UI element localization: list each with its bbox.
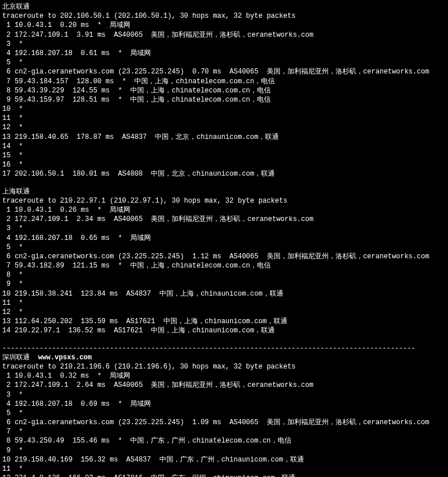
hop-line: 6 cn2-gia.ceranetworks.com (23.225.225.2… (2, 67, 446, 76)
hop-line: 4 192.168.207.18 0.65 ms * 局域网 (2, 234, 446, 243)
hop-line: 1 10.0.43.1 0.32 ms * 局域网 (2, 371, 446, 381)
hop-line: 9 * (2, 446, 446, 455)
hop-line: 8 59.43.39.229 124.55 ms * 中国，上海，chinate… (2, 86, 446, 95)
hop-line: 12 * (2, 123, 446, 132)
brand-url: www.vpsxs.com (38, 354, 92, 362)
hop-line: 14 210.22.97.1 136.52 ms AS17621 中国，上海，c… (2, 326, 446, 335)
hop-line: 7 59.43.182.89 121.15 ms * 中国，上海，chinate… (2, 261, 446, 270)
hop-line: 10 219.158.40.169 156.32 ms AS4837 中国，广东… (2, 455, 446, 464)
hop-line: 5 * (2, 243, 446, 252)
hop-line: 12 * (2, 308, 446, 317)
hop-line: 8 * (2, 270, 446, 280)
traceroute-header: traceroute to 210.22.97.1 (210.22.97.1),… (2, 196, 446, 205)
section-title: 北京联通 (2, 2, 446, 11)
hop-line: 4 192.168.207.18 0.61 ms * 局域网 (2, 49, 446, 58)
hop-line: 1 10.0.43.1 0.20 ms * 局域网 (2, 21, 446, 30)
hop-line: 3 * (2, 390, 446, 400)
hop-line: 3 * (2, 224, 446, 233)
section-title: 深圳联通 www.vpsxs.com (2, 353, 446, 362)
terminal-output: 北京联通traceroute to 202.106.50.1 (202.106.… (0, 0, 448, 477)
dashed-separator: ----------------------------------------… (2, 344, 446, 353)
hop-line: 11 * (2, 298, 446, 308)
hop-line: 7 * (2, 427, 446, 436)
hop-line: 7 59.43.184.157 128.00 ms * 中国，上海，chinat… (2, 77, 446, 86)
hop-line: 11 * (2, 464, 446, 474)
hop-line: 15 * (2, 151, 446, 160)
hop-line: 16 * (2, 160, 446, 169)
hop-line: 11 * (2, 114, 446, 123)
hop-line: 9 * (2, 280, 446, 289)
hop-line: 14 * (2, 142, 446, 151)
hop-line: 3 * (2, 40, 446, 49)
hop-line: 2 172.247.109.1 2.64 ms AS40065 美国，加利福尼亚… (2, 381, 446, 390)
traceroute-header: traceroute to 202.106.50.1 (202.106.50.1… (2, 11, 446, 21)
hop-line: 8 59.43.250.49 155.46 ms * 中国，广东，广州，chin… (2, 436, 446, 445)
section-title-text: 深圳联通 (2, 354, 38, 362)
hop-line: 2 172.247.109.1 3.91 ms AS40065 美国，加利福尼亚… (2, 30, 446, 40)
hop-line: 6 cn2-gia.ceranetworks.com (23.225.225.2… (2, 252, 446, 261)
section-separator (2, 336, 446, 344)
traceroute-header: traceroute to 210.21.196.6 (210.21.196.6… (2, 362, 446, 371)
section-title: 上海联通 (2, 187, 446, 196)
hop-line: 17 202.106.50.1 180.01 ms AS4808 中国，北京，c… (2, 169, 446, 179)
hop-line: 13 219.158.40.65 178.87 ms AS4837 中国，北京，… (2, 133, 446, 142)
hop-line: 6 cn2-gia.ceranetworks.com (23.225.225.2… (2, 418, 446, 427)
hop-line: 13 112.64.250.202 135.59 ms AS17621 中国，上… (2, 317, 446, 326)
section-separator (2, 179, 446, 187)
hop-line: 12 221.4.0.126 166.03 ms AS17816 中国，广东，深… (2, 474, 446, 477)
hop-line: 2 172.247.109.1 2.34 ms AS40065 美国，加利福尼亚… (2, 215, 446, 224)
hop-line: 5 * (2, 409, 446, 418)
hop-line: 9 59.43.159.97 128.51 ms * 中国，上海，chinate… (2, 95, 446, 104)
hop-line: 5 * (2, 58, 446, 67)
hop-line: 4 192.168.207.18 0.69 ms * 局域网 (2, 400, 446, 409)
hop-line: 10 * (2, 104, 446, 114)
hop-line: 1 10.0.43.1 0.26 ms * 局域网 (2, 205, 446, 215)
hop-line: 10 219.158.38.241 123.84 ms AS4837 中国，上海… (2, 289, 446, 298)
